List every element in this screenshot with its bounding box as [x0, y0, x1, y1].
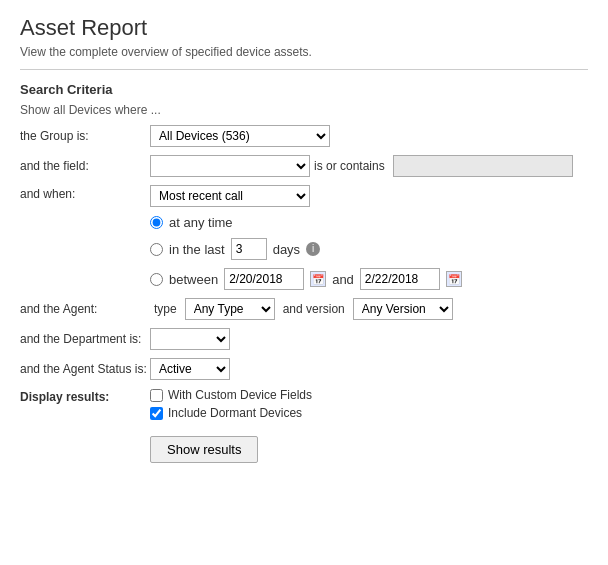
status-select[interactable]: Active Inactive Any: [150, 358, 230, 380]
info-icon: i: [306, 242, 320, 256]
display-options: With Custom Device Fields Include Dorman…: [150, 388, 312, 420]
at-any-time-radio[interactable]: [150, 216, 163, 229]
type-prefix-label: type: [154, 302, 177, 316]
custom-fields-checkbox[interactable]: [150, 389, 163, 402]
display-row: Display results: With Custom Device Fiel…: [20, 388, 588, 420]
in-the-last-row: in the last days i: [150, 238, 462, 260]
section-title: Search Criteria: [20, 82, 588, 97]
display-label: Display results:: [20, 388, 150, 404]
date-to-input[interactable]: [360, 268, 440, 290]
show-results-container: Show results: [20, 426, 588, 463]
dept-label: and the Department is:: [20, 332, 150, 346]
custom-fields-row: With Custom Device Fields: [150, 388, 312, 402]
and-label: and: [332, 272, 354, 287]
agent-row: and the Agent: type Any Type and version…: [20, 298, 588, 320]
group-label: the Group is:: [20, 129, 150, 143]
version-prefix-label: and version: [283, 302, 345, 316]
when-label: and when:: [20, 185, 150, 201]
dept-row: and the Department is:: [20, 328, 588, 350]
show-results-button[interactable]: Show results: [150, 436, 258, 463]
contains-input[interactable]: [393, 155, 573, 177]
at-any-time-label: at any time: [169, 215, 233, 230]
status-row: and the Agent Status is: Active Inactive…: [20, 358, 588, 380]
page-subtitle: View the complete overview of specified …: [20, 45, 588, 59]
type-select[interactable]: Any Type: [185, 298, 275, 320]
status-label: and the Agent Status is:: [20, 362, 150, 376]
when-block: and when: Most recent call at any time i…: [20, 185, 588, 290]
field-select[interactable]: [150, 155, 310, 177]
between-label: between: [169, 272, 218, 287]
in-the-last-label: in the last: [169, 242, 225, 257]
days-input[interactable]: [231, 238, 267, 260]
between-row: between 📅 and 📅: [150, 268, 462, 290]
divider: [20, 69, 588, 70]
date-from-input[interactable]: [224, 268, 304, 290]
show-all-label: Show all Devices where ...: [20, 103, 588, 117]
version-select[interactable]: Any Version: [353, 298, 453, 320]
page-title: Asset Report: [20, 15, 588, 41]
in-the-last-radio[interactable]: [150, 243, 163, 256]
when-type-row: Most recent call: [150, 185, 462, 207]
dormant-label: Include Dormant Devices: [168, 406, 302, 420]
when-type-select[interactable]: Most recent call: [150, 185, 310, 207]
between-radio[interactable]: [150, 273, 163, 286]
dept-select[interactable]: [150, 328, 230, 350]
at-any-time-row: at any time: [150, 215, 462, 230]
is-or-contains-label: is or contains: [314, 159, 385, 173]
group-row: the Group is: All Devices (536): [20, 125, 588, 147]
custom-fields-label: With Custom Device Fields: [168, 388, 312, 402]
field-row: and the field: is or contains: [20, 155, 588, 177]
group-select[interactable]: All Devices (536): [150, 125, 330, 147]
when-options: Most recent call at any time in the last…: [150, 185, 462, 290]
field-label: and the field:: [20, 159, 150, 173]
calendar-from-icon[interactable]: 📅: [310, 271, 326, 287]
dormant-row: Include Dormant Devices: [150, 406, 312, 420]
dormant-checkbox[interactable]: [150, 407, 163, 420]
agent-label: and the Agent:: [20, 302, 150, 316]
days-label: days: [273, 242, 300, 257]
calendar-to-icon[interactable]: 📅: [446, 271, 462, 287]
